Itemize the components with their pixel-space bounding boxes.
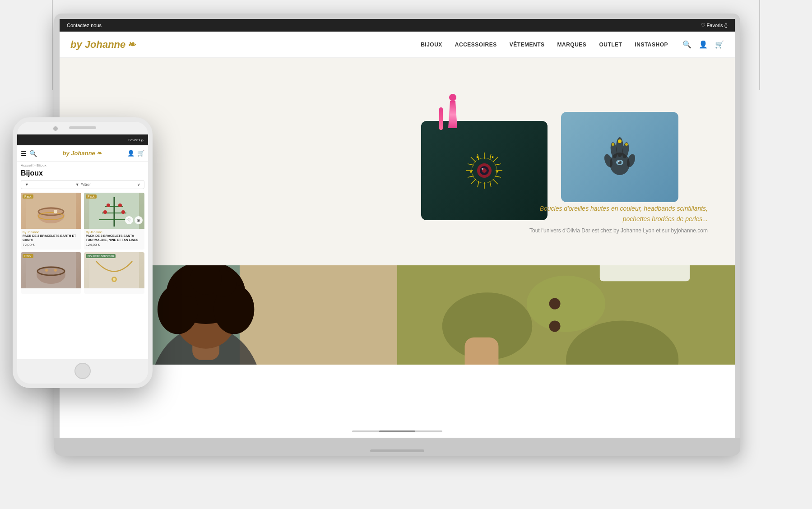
- hero-tagline: Boucles d'oreilles hautes en couleur, he…: [529, 204, 708, 224]
- laptop-base: [54, 438, 740, 456]
- dark-pouch: ★ ★ ★ ★: [421, 121, 548, 220]
- phone-favorites: Favoris (): [128, 138, 144, 142]
- user-icon[interactable]: 👤: [699, 40, 708, 49]
- filter-icon: ▼: [25, 182, 29, 187]
- phone-product-info-3: [21, 288, 81, 294]
- phone-topbar: Favoris (): [17, 134, 148, 145]
- phone-camera: [53, 126, 58, 131]
- hero-text-block: Boucles d'oreilles hautes en couleur, he…: [529, 204, 708, 234]
- svg-point-34: [482, 168, 483, 170]
- phone-menu-icon[interactable]: ☰: [21, 150, 27, 157]
- favorites-label[interactable]: ♡ Favoris (): [701, 23, 728, 28]
- svg-point-67: [549, 298, 561, 310]
- phone-cart-icon[interactable]: 🛒: [137, 150, 144, 157]
- svg-point-49: [612, 143, 614, 146]
- phone-logo[interactable]: by Johanne ❧: [40, 150, 125, 157]
- product-action-buttons: ♡ ◉: [125, 216, 143, 224]
- nav-item-bijoux[interactable]: BIJOUX: [421, 42, 442, 48]
- phone-product-grid: Pack By Johanne PACK DE 2 BRACELETS EART…: [17, 193, 148, 294]
- scrollbar-track: [352, 430, 442, 432]
- hero-subtitle: Tout l'univers d'Olivia Dar est chez by …: [529, 227, 708, 234]
- svg-text:★: ★: [496, 170, 499, 174]
- phone-product-info-2: By Johanne PACK DE 3 BRACELETS SANTA TOU…: [84, 229, 144, 250]
- svg-point-48: [618, 139, 622, 143]
- phone-product-info-1: By Johanne PACK DE 2 BRACELETS EARTH ET …: [21, 229, 81, 250]
- phone-badge-2: Pack: [86, 194, 97, 199]
- bottom-image-right: [397, 265, 735, 365]
- main-navigation: by Johanne ❧ BIJOUX ACCESSOIRES VÊTEMENT…: [60, 32, 735, 58]
- nav-item-accessoires[interactable]: ACCESSOIRES: [455, 42, 497, 48]
- phone-product-card-2[interactable]: Pack ♡ ◉ By Johanne PACK DE 3 BRACELETS …: [84, 193, 144, 250]
- phone-quickview-btn[interactable]: ◉: [135, 216, 143, 224]
- laptop-notch: [370, 449, 424, 452]
- laptop-frame: Contactez-nous ♡ Favoris () by Johanne ❧…: [54, 14, 740, 456]
- cart-icon[interactable]: 🛒: [715, 40, 724, 49]
- eye-embroidery: ★ ★ ★ ★: [464, 150, 505, 191]
- svg-rect-69: [465, 338, 499, 365]
- contact-label[interactable]: Contactez-nous: [67, 23, 102, 28]
- svg-point-47: [618, 161, 620, 162]
- nav-item-vetements[interactable]: VÊTEMENTS: [510, 42, 545, 48]
- filter-chevron: ∨: [137, 182, 140, 187]
- phone-brand-1: By Johanne: [23, 231, 79, 234]
- filter-label: ▼ Filtrer: [75, 182, 91, 187]
- phone-badge-1: Pack: [23, 194, 33, 199]
- phone-product-price-1: 72,00 €: [23, 243, 79, 247]
- nav-item-instashop[interactable]: INSTASHOP: [635, 42, 668, 48]
- website-topbar: Contactez-nous ♡ Favoris (): [60, 19, 735, 32]
- svg-point-85: [107, 204, 110, 207]
- phone-product-card-1[interactable]: Pack By Johanne PACK DE 2 BRACELETS EART…: [21, 193, 81, 250]
- phone-product-name-1: PACK DE 2 BRACELETS EARTH ET CAURI: [23, 234, 79, 242]
- svg-point-68: [549, 320, 561, 332]
- tassel-decoration: [448, 94, 457, 128]
- site-logo[interactable]: by Johanne ❧: [70, 39, 135, 51]
- svg-line-18: [471, 157, 476, 162]
- svg-point-88: [121, 210, 125, 214]
- phone-product-name-2: PACK DE 3 BRACELETS SANTA TOURMALINE, NI…: [86, 234, 143, 242]
- phone-filter-bar[interactable]: ▼ ▼ Filtrer ∨: [21, 180, 144, 189]
- svg-line-19: [493, 179, 498, 184]
- svg-text:★: ★: [476, 155, 479, 159]
- svg-point-79: [54, 210, 57, 213]
- phone-page-title: Bijoux: [17, 168, 148, 180]
- phone-badge-4: Nouvelle collection: [86, 254, 116, 258]
- mobile-phone: Favoris () ☰ 🔍 by Johanne ❧ 👤 🛒 Accueil …: [13, 117, 153, 388]
- phone-wishlist-btn[interactable]: ♡: [125, 216, 133, 224]
- phone-search-icon[interactable]: 🔍: [29, 150, 37, 157]
- phone-product-info-4: [84, 288, 144, 294]
- hero-banner: olivia dar: [60, 58, 735, 265]
- hamsa-embroidery: [599, 134, 640, 180]
- svg-point-96: [113, 278, 116, 281]
- phone-nav: ☰ 🔍 by Johanne ❧ 👤 🛒: [17, 145, 148, 162]
- svg-text:★: ★: [491, 155, 494, 159]
- svg-rect-74: [600, 265, 690, 281]
- person-image-right: [397, 265, 735, 365]
- bottom-section: [60, 265, 735, 365]
- website-container: Contactez-nous ♡ Favoris () by Johanne ❧…: [60, 19, 735, 438]
- phone-product-card-4[interactable]: Nouvelle collection: [84, 252, 144, 294]
- pouches-display: ★ ★ ★ ★: [365, 58, 735, 265]
- svg-point-87: [103, 210, 107, 214]
- phone-badge-3: Pack: [23, 254, 33, 258]
- svg-point-66: [527, 276, 606, 332]
- phone-product-price-2: 124,00 €: [86, 243, 143, 247]
- nav-item-marques[interactable]: MARQUES: [557, 42, 587, 48]
- svg-line-21: [471, 179, 476, 184]
- right-decorative-line: [759, 0, 760, 90]
- search-icon[interactable]: 🔍: [682, 40, 691, 49]
- logo-text: by Johanne: [70, 39, 125, 51]
- svg-point-50: [625, 143, 628, 146]
- nav-item-outlet[interactable]: OUTLET: [599, 42, 622, 48]
- phone-brand-2: By Johanne: [86, 231, 143, 234]
- svg-point-86: [118, 204, 122, 207]
- svg-point-93: [54, 269, 57, 272]
- scrollbar-thumb[interactable]: [379, 430, 415, 432]
- phone-speaker: [69, 126, 96, 129]
- phone-product-card-3[interactable]: Pack: [21, 252, 81, 294]
- phone-breadcrumb: Accueil > Bijoux: [17, 162, 148, 168]
- nav-links-list: BIJOUX ACCESSOIRES VÊTEMENTS MARQUES OUT…: [421, 42, 668, 48]
- blue-pouch: [561, 112, 678, 202]
- phone-user-icon[interactable]: 👤: [127, 150, 135, 157]
- phone-home-button[interactable]: [74, 363, 91, 379]
- svg-point-92: [45, 269, 48, 272]
